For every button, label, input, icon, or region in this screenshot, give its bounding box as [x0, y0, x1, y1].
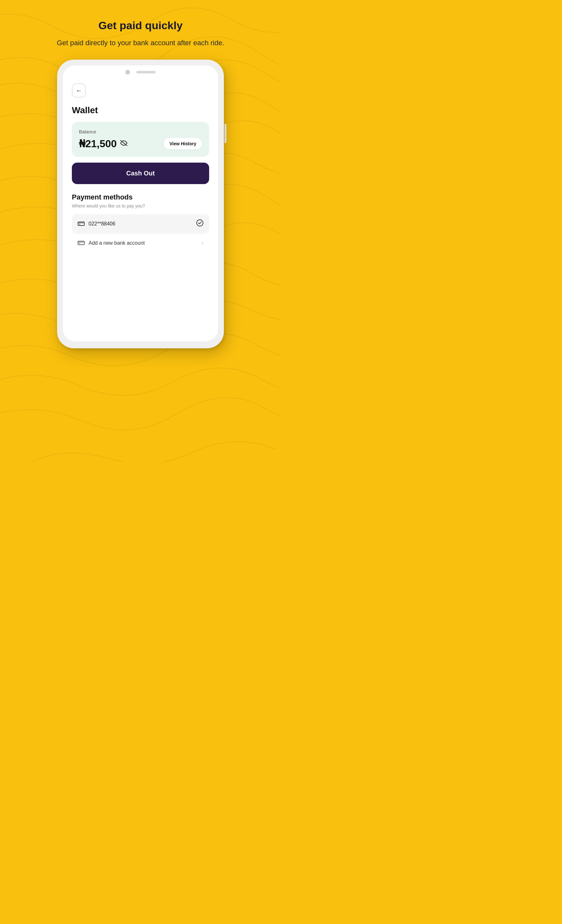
chevron-right-icon: ›	[202, 240, 203, 246]
svg-rect-4	[78, 241, 84, 245]
svg-point-3	[197, 220, 203, 226]
bank-account-left: 022**88406	[78, 220, 116, 227]
hero-title: Get paid quickly	[57, 19, 224, 32]
phone-frame: ← Wallet Balance ₦21,500	[57, 60, 224, 348]
hero-subtitle: Get paid directly to your bank account a…	[57, 38, 224, 48]
view-history-button[interactable]: View History	[164, 138, 202, 150]
phone-screen: ← Wallet Balance ₦21,500	[63, 65, 218, 341]
svg-line-0	[120, 141, 127, 146]
phone-camera	[125, 70, 130, 74]
payment-methods-subtitle: Where would you like us to pay you?	[72, 203, 209, 208]
add-bank-icon	[78, 239, 85, 247]
add-bank-label: Add a new bank account	[89, 240, 145, 246]
add-bank-account-row[interactable]: Add a new bank account ›	[72, 234, 209, 252]
svg-rect-1	[78, 222, 84, 225]
wallet-title: Wallet	[72, 105, 209, 116]
balance-card: Balance ₦21,500	[72, 122, 209, 157]
app-content: ← Wallet Balance ₦21,500	[63, 78, 218, 263]
phone-side-button	[225, 124, 227, 143]
svg-rect-5	[79, 243, 80, 244]
bank-icon	[78, 220, 85, 227]
phone-mockup: ← Wallet Balance ₦21,500	[57, 60, 224, 348]
hero-section: Get paid quickly Get paid directly to yo…	[44, 19, 237, 48]
balance-row: ₦21,500 View History	[79, 138, 202, 150]
add-bank-left: Add a new bank account	[78, 239, 145, 247]
payment-methods-title: Payment methods	[72, 193, 209, 201]
back-button[interactable]: ←	[72, 83, 86, 98]
selected-check-icon	[196, 219, 203, 228]
svg-rect-2	[79, 224, 80, 225]
back-arrow-icon: ←	[76, 87, 82, 94]
cash-out-button[interactable]: Cash Out	[72, 163, 209, 184]
balance-amount: ₦21,500	[79, 138, 117, 150]
phone-speaker	[136, 71, 156, 74]
bank-account-number: 022**88406	[89, 221, 116, 227]
bank-account-option[interactable]: 022**88406	[72, 214, 209, 233]
balance-label: Balance	[79, 129, 202, 134]
phone-notch-area	[63, 65, 218, 78]
hide-balance-icon[interactable]	[120, 140, 128, 148]
balance-amount-group: ₦21,500	[79, 138, 128, 150]
